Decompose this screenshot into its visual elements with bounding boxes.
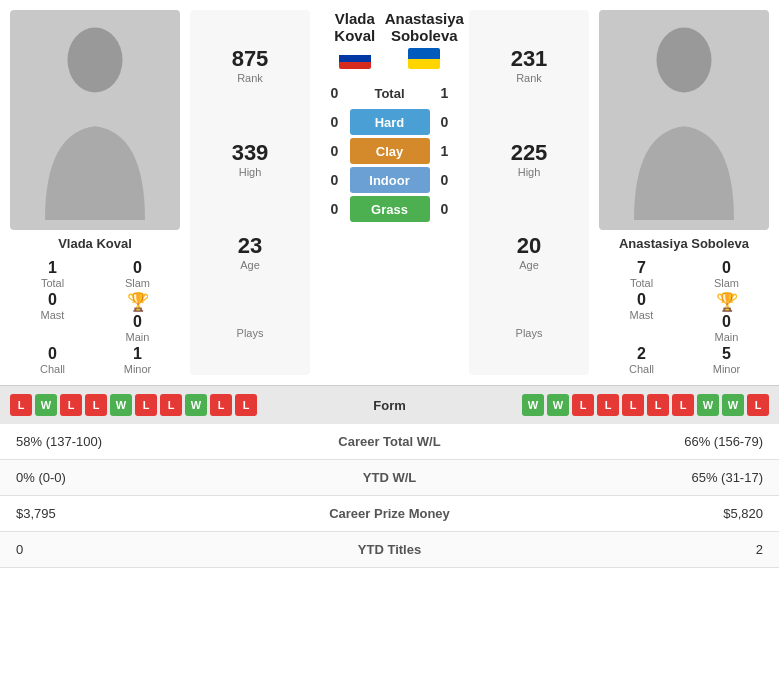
right-rank-value: 231 <box>511 46 548 72</box>
right-form-badges: WWLLLLLWWL <box>454 394 770 416</box>
right-rank-label: Rank <box>516 72 542 84</box>
right-minor-cell: 5 Minor <box>689 345 764 375</box>
form-badge-l: L <box>235 394 257 416</box>
grass-right-score: 0 <box>434 201 456 217</box>
svg-point-1 <box>657 28 712 93</box>
stats-left-0: 58% (137-100) <box>0 424 257 460</box>
right-header-name: Anastasiya Soboleva <box>385 10 464 44</box>
left-high-label: High <box>239 166 262 178</box>
grass-row: 0 Grass 0 <box>320 196 459 222</box>
stats-row-1: 0% (0-0) YTD W/L 65% (31-17) <box>0 460 779 496</box>
left-form-badges: LWLLWLLWLL <box>10 394 326 416</box>
form-label: Form <box>330 398 450 413</box>
right-trophy-main-cell: 🏆 0 Main <box>689 291 764 343</box>
right-stats-grid: 7 Total 0 Slam 0 Mast 🏆 0 Main <box>594 259 774 375</box>
right-minor-value: 5 <box>722 345 731 363</box>
left-plays-stat: Plays <box>237 327 264 339</box>
form-badge-l: L <box>10 394 32 416</box>
form-badge-w: W <box>697 394 719 416</box>
right-main-cell: 0 Main <box>715 313 739 343</box>
right-mast-label: Mast <box>630 309 654 321</box>
form-badge-l: L <box>160 394 182 416</box>
left-stats-panel: 875 Rank 339 High 23 Age Plays <box>190 10 310 375</box>
left-mast-cell: 0 Mast <box>15 291 90 343</box>
hard-left-score: 0 <box>324 114 346 130</box>
right-rank-stat: 231 Rank <box>511 46 548 84</box>
right-player-photo <box>599 10 769 230</box>
form-badge-w: W <box>35 394 57 416</box>
right-age-value: 20 <box>517 233 541 259</box>
indoor-row: 0 Indoor 0 <box>320 167 459 193</box>
left-chall-label: Chall <box>40 363 65 375</box>
left-player-column: Vlada Koval 1 Total 0 Slam 0 Mast 🏆 <box>5 10 185 375</box>
left-age-label: Age <box>240 259 260 271</box>
left-trophy-icon: 🏆 <box>127 291 149 313</box>
total-row: 0 Total 1 <box>320 80 459 106</box>
left-minor-cell: 1 Minor <box>100 345 175 375</box>
score-table: 0 Total 1 0 Hard 0 0 Clay 1 0 <box>320 77 459 225</box>
form-badge-l: L <box>572 394 594 416</box>
hard-label: Hard <box>350 109 430 135</box>
left-age-value: 23 <box>238 233 262 259</box>
form-badge-w: W <box>185 394 207 416</box>
stats-row-3: 0 YTD Titles 2 <box>0 532 779 568</box>
right-player-name: Anastasiya Soboleva <box>619 236 749 251</box>
center-section: Vlada Koval Anastasiya Soboleva 0 Total … <box>315 10 464 375</box>
form-badge-w: W <box>110 394 132 416</box>
total-left-score: 0 <box>324 85 346 101</box>
left-rank-stat: 875 Rank <box>232 46 269 84</box>
stats-row-2: $3,795 Career Prize Money $5,820 <box>0 496 779 532</box>
form-badge-l: L <box>210 394 232 416</box>
left-minor-value: 1 <box>133 345 142 363</box>
right-slam-cell: 0 Slam <box>689 259 764 289</box>
stats-left-2: $3,795 <box>0 496 257 532</box>
right-mast-value: 0 <box>637 291 646 309</box>
left-player-header: Vlada Koval <box>323 10 386 69</box>
right-plays-label: Plays <box>516 327 543 339</box>
right-age-label: Age <box>519 259 539 271</box>
hard-right-score: 0 <box>434 114 456 130</box>
form-badge-l: L <box>747 394 769 416</box>
right-chall-label: Chall <box>629 363 654 375</box>
right-slam-label: Slam <box>714 277 739 289</box>
right-flag-icon <box>408 48 440 69</box>
left-player-name: Vlada Koval <box>58 236 132 251</box>
left-high-value: 339 <box>232 140 269 166</box>
form-badge-w: W <box>547 394 569 416</box>
stats-left-3: 0 <box>0 532 257 568</box>
stats-right-0: 66% (156-79) <box>522 424 779 460</box>
left-header-name: Vlada Koval <box>323 10 386 44</box>
form-badge-w: W <box>522 394 544 416</box>
indoor-label: Indoor <box>350 167 430 193</box>
right-total-value: 7 <box>637 259 646 277</box>
left-slam-label: Slam <box>125 277 150 289</box>
right-stats-panel: 231 Rank 225 High 20 Age Plays <box>469 10 589 375</box>
left-main-cell: 0 Main <box>126 313 150 343</box>
hard-row: 0 Hard 0 <box>320 109 459 135</box>
form-badge-l: L <box>622 394 644 416</box>
left-minor-label: Minor <box>124 363 152 375</box>
left-slam-cell: 0 Slam <box>100 259 175 289</box>
left-mast-label: Mast <box>41 309 65 321</box>
total-right-score: 1 <box>434 85 456 101</box>
right-trophy-icon: 🏆 <box>716 291 738 313</box>
form-badge-l: L <box>597 394 619 416</box>
players-header: Vlada Koval Anastasiya Soboleva <box>320 10 459 69</box>
stats-right-3: 2 <box>522 532 779 568</box>
svg-point-0 <box>68 28 123 93</box>
grass-label: Grass <box>350 196 430 222</box>
left-slam-value: 0 <box>133 259 142 277</box>
right-total-label: Total <box>630 277 653 289</box>
stats-row-0: 58% (137-100) Career Total W/L 66% (156-… <box>0 424 779 460</box>
left-rank-label: Rank <box>237 72 263 84</box>
form-badge-w: W <box>722 394 744 416</box>
form-badge-l: L <box>135 394 157 416</box>
left-chall-value: 0 <box>48 345 57 363</box>
form-badge-l: L <box>672 394 694 416</box>
right-main-label: Main <box>715 331 739 343</box>
left-flag-icon <box>339 48 371 69</box>
stats-center-1: YTD W/L <box>257 460 522 496</box>
right-slam-value: 0 <box>722 259 731 277</box>
left-main-value: 0 <box>133 313 142 331</box>
stats-right-1: 65% (31-17) <box>522 460 779 496</box>
